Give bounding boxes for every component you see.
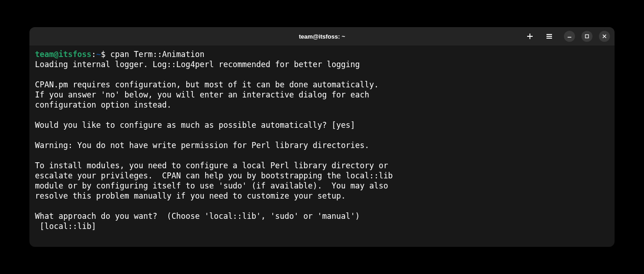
output-line: If you answer 'no' below, you will enter… (35, 90, 369, 99)
output-line: Would you like to configure as much as p… (35, 120, 355, 130)
minimize-button[interactable] (564, 31, 575, 42)
prompt-user-host: team@itsfoss (35, 50, 92, 59)
maximize-icon (585, 34, 589, 39)
prompt-separator-2: $ (101, 50, 110, 59)
titlebar: team@itsfoss: ~ (29, 27, 615, 46)
output-line: Warning: You do not have write permissio… (35, 141, 369, 150)
titlebar-actions-left (524, 31, 555, 42)
terminal-body[interactable]: team@itsfoss:~$ cpan Term::Animation Loa… (29, 46, 615, 247)
close-button[interactable] (599, 31, 610, 42)
output-line: What approach do you want? (Choose 'loca… (35, 211, 360, 221)
output-line: To install modules, you need to configur… (35, 161, 388, 170)
window-controls (564, 31, 610, 42)
output-line: Loading internal logger. Log::Log4perl r… (35, 60, 360, 69)
terminal-window: team@itsfoss: ~ (29, 27, 615, 247)
command-text: cpan Term::Animation (110, 50, 205, 59)
close-icon (602, 34, 607, 39)
output-line: module or by configuring itself to use '… (35, 181, 388, 190)
svg-rect-0 (586, 35, 589, 38)
menu-button[interactable] (544, 31, 555, 42)
new-tab-button[interactable] (524, 31, 535, 42)
prompt-path: ~ (96, 50, 101, 59)
output-line: resolve this problem manually if you nee… (35, 191, 346, 200)
output-line: [local::lib] (35, 222, 96, 231)
prompt-separator-1: : (92, 50, 96, 59)
hamburger-icon (546, 33, 552, 40)
minimize-icon (567, 34, 572, 39)
window-title: team@itsfoss: ~ (299, 33, 345, 40)
output-line: CPAN.pm requires configuration, but most… (35, 80, 379, 89)
output-line: configuration option instead. (35, 100, 172, 109)
plus-icon (527, 33, 533, 40)
output-line: escalate your privileges. CPAN can help … (35, 171, 393, 180)
maximize-button[interactable] (581, 31, 592, 42)
